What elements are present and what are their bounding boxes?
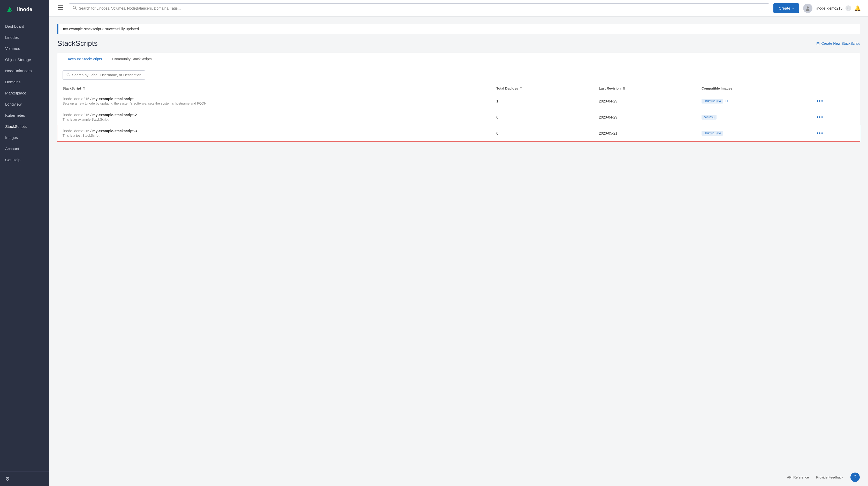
- last-revision-3: 2020-05-21: [594, 125, 696, 141]
- svg-point-8: [807, 6, 809, 8]
- card-search-area: [57, 65, 860, 80]
- api-reference-link[interactable]: API Reference: [787, 476, 809, 479]
- more-options-button-3[interactable]: •••: [816, 130, 824, 136]
- page-title-row: StackScripts ⊞ Create New StackScript: [57, 39, 860, 48]
- username-label[interactable]: linode_demo215: [815, 6, 842, 10]
- sidebar-item-marketplace[interactable]: Marketplace: [0, 87, 49, 98]
- plus-icon: ⊞: [816, 41, 820, 46]
- compatible-images-3: ubuntu18.04: [696, 125, 811, 141]
- compatible-images-2: centos8: [696, 109, 811, 125]
- top-header: Create ▾ linode_demo215 0 🔔: [49, 0, 868, 17]
- sidebar-item-domains[interactable]: Domains: [0, 76, 49, 87]
- table-row: linode_demo215 / my-example-stackscript-…: [57, 109, 860, 125]
- create-button[interactable]: Create ▾: [773, 3, 799, 13]
- avatar[interactable]: [803, 4, 812, 13]
- stackscripts-card: Account StackScripts Community StackScri…: [57, 53, 860, 141]
- sidebar: linode Dashboard Linodes Volumes Object …: [0, 0, 49, 486]
- success-banner: my-example-stackscript-3 successfully up…: [57, 24, 860, 34]
- tabs: Account StackScripts Community StackScri…: [57, 53, 860, 65]
- sidebar-bottom: ⚙: [0, 471, 49, 486]
- sidebar-item-kubernetes[interactable]: Kubernetes: [0, 110, 49, 121]
- search-icon: [73, 6, 77, 11]
- col-actions: [811, 84, 860, 93]
- sidebar-logo[interactable]: linode: [0, 0, 49, 19]
- sidebar-nav: Dashboard Linodes Volumes Object Storage…: [0, 19, 49, 471]
- sidebar-item-linodes[interactable]: Linodes: [0, 32, 49, 43]
- svg-rect-4: [58, 7, 63, 8]
- sort-icon-stackscript: ⇅: [83, 87, 86, 90]
- create-new-stackscript-link[interactable]: ⊞ Create New StackScript: [816, 41, 860, 46]
- svg-line-11: [69, 75, 70, 76]
- provide-feedback-link[interactable]: Provide Feedback: [816, 476, 843, 479]
- sort-icon-revision: ⇅: [623, 87, 625, 90]
- col-stackscript[interactable]: StackScript ⇅: [57, 84, 491, 93]
- sidebar-item-longview[interactable]: Longview: [0, 98, 49, 110]
- sidebar-item-nodebalancers[interactable]: NodeBalancers: [0, 65, 49, 76]
- svg-point-9: [806, 9, 810, 11]
- col-total-deploys[interactable]: Total Deploys ⇅: [491, 84, 593, 93]
- actions-1: •••: [811, 93, 860, 109]
- main-content: my-example-stackscript-3 successfully up…: [49, 17, 868, 486]
- tab-account-stackscripts[interactable]: Account StackScripts: [63, 53, 107, 65]
- user-area: linode_demo215 0 🔔: [803, 4, 861, 13]
- create-chevron-icon: ▾: [792, 6, 794, 10]
- svg-rect-3: [58, 5, 63, 6]
- col-compatible-images: Compatible Images: [696, 84, 811, 93]
- total-deploys-1: 1: [491, 93, 593, 109]
- stackscript-name-cell-1: linode_demo215 / my-example-stackscript …: [57, 93, 491, 109]
- table-row: linode_demo215 / my-example-stackscript-…: [57, 125, 860, 141]
- svg-rect-5: [58, 9, 63, 9]
- sidebar-item-account[interactable]: Account: [0, 143, 49, 154]
- settings-button[interactable]: ⚙: [5, 476, 10, 482]
- compatible-images-1: ubuntu20.04 +1: [696, 93, 811, 109]
- total-deploys-3: 0: [491, 125, 593, 141]
- last-revision-2: 2020-04-29: [594, 109, 696, 125]
- more-options-button-2[interactable]: •••: [816, 114, 824, 120]
- sidebar-item-stackscripts[interactable]: StackScripts: [0, 121, 49, 132]
- notification-badge[interactable]: 0: [845, 5, 851, 11]
- sidebar-item-get-help[interactable]: Get Help: [0, 154, 49, 165]
- svg-line-7: [75, 8, 76, 9]
- actions-3: •••: [811, 125, 860, 141]
- col-last-revision[interactable]: Last Revision ⇅: [594, 84, 696, 93]
- stackscript-name-cell-3: linode_demo215 / my-example-stackscript-…: [57, 125, 491, 141]
- sidebar-item-dashboard[interactable]: Dashboard: [0, 21, 49, 32]
- card-search-icon: [66, 73, 70, 77]
- sort-icon-deploys: ⇅: [520, 87, 523, 90]
- actions-2: •••: [811, 109, 860, 125]
- search-bar[interactable]: [69, 3, 769, 13]
- stackscripts-table: StackScript ⇅ Total Deploys ⇅ Last Revis…: [57, 84, 860, 141]
- card-search-input[interactable]: [72, 73, 142, 77]
- logo-text: linode: [17, 6, 32, 12]
- table-row: linode_demo215 / my-example-stackscript …: [57, 93, 860, 109]
- bell-icon[interactable]: 🔔: [854, 5, 861, 11]
- sidebar-item-images[interactable]: Images: [0, 132, 49, 143]
- last-revision-1: 2020-04-29: [594, 93, 696, 109]
- table-header-row: StackScript ⇅ Total Deploys ⇅ Last Revis…: [57, 84, 860, 93]
- sidebar-item-object-storage[interactable]: Object Storage: [0, 54, 49, 65]
- card-search-bar[interactable]: [63, 70, 145, 80]
- hamburger-button[interactable]: [56, 4, 65, 12]
- page-title: StackScripts: [57, 39, 98, 48]
- sidebar-item-volumes[interactable]: Volumes: [0, 43, 49, 54]
- total-deploys-2: 0: [491, 109, 593, 125]
- tab-community-stackscripts[interactable]: Community StackScripts: [107, 53, 157, 65]
- more-options-button-1[interactable]: •••: [816, 98, 824, 104]
- stackscript-name-cell-2: linode_demo215 / my-example-stackscript-…: [57, 109, 491, 125]
- footer: API Reference Provide Feedback ?: [49, 468, 868, 486]
- feedback-button[interactable]: ?: [850, 473, 860, 482]
- search-input[interactable]: [79, 6, 765, 10]
